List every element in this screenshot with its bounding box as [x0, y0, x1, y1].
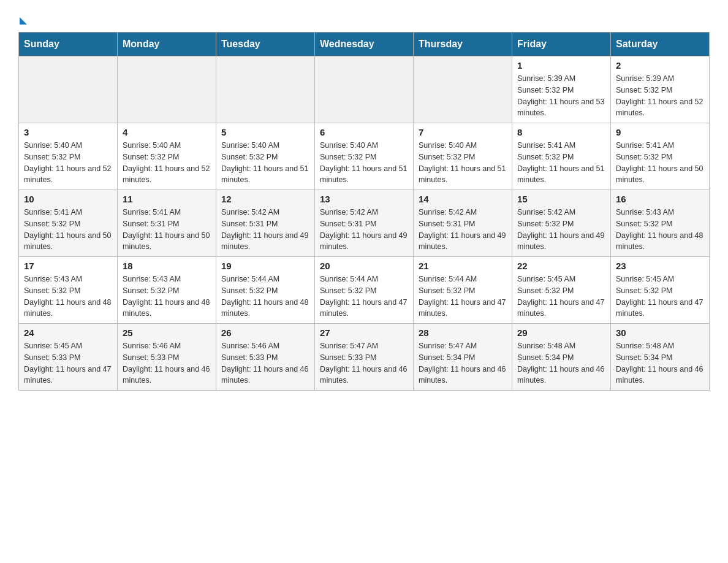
- day-info: Sunrise: 5:47 AMSunset: 5:33 PMDaylight:…: [320, 340, 408, 386]
- day-number: 3: [24, 127, 112, 137]
- calendar-row: 17Sunrise: 5:43 AMSunset: 5:32 PMDayligh…: [19, 257, 710, 324]
- calendar-cell: 11Sunrise: 5:41 AMSunset: 5:31 PMDayligh…: [118, 190, 216, 257]
- day-info: Sunrise: 5:45 AMSunset: 5:32 PMDaylight:…: [517, 274, 605, 320]
- calendar-cell: [216, 56, 315, 123]
- calendar-cell: 23Sunrise: 5:45 AMSunset: 5:32 PMDayligh…: [611, 257, 710, 324]
- day-info: Sunrise: 5:44 AMSunset: 5:32 PMDaylight:…: [419, 274, 507, 320]
- day-info: Sunrise: 5:45 AMSunset: 5:33 PMDaylight:…: [24, 340, 112, 386]
- calendar-cell: 10Sunrise: 5:41 AMSunset: 5:32 PMDayligh…: [19, 190, 118, 257]
- day-info: Sunrise: 5:40 AMSunset: 5:32 PMDaylight:…: [123, 140, 211, 186]
- day-info: Sunrise: 5:41 AMSunset: 5:32 PMDaylight:…: [517, 140, 605, 186]
- day-info: Sunrise: 5:43 AMSunset: 5:32 PMDaylight:…: [123, 274, 211, 320]
- calendar-cell: 6Sunrise: 5:40 AMSunset: 5:32 PMDaylight…: [315, 123, 414, 190]
- header-wednesday: Wednesday: [315, 33, 414, 56]
- day-number: 4: [123, 127, 211, 137]
- calendar-cell: 30Sunrise: 5:48 AMSunset: 5:34 PMDayligh…: [611, 324, 710, 391]
- day-number: 26: [221, 327, 309, 338]
- calendar-cell: 15Sunrise: 5:42 AMSunset: 5:32 PMDayligh…: [512, 190, 611, 257]
- calendar-cell: 13Sunrise: 5:42 AMSunset: 5:31 PMDayligh…: [315, 190, 414, 257]
- logo: [18, 12, 27, 22]
- header-friday: Friday: [512, 33, 611, 56]
- day-info: Sunrise: 5:41 AMSunset: 5:31 PMDaylight:…: [123, 207, 211, 253]
- calendar-cell: 17Sunrise: 5:43 AMSunset: 5:32 PMDayligh…: [19, 257, 118, 324]
- day-number: 22: [517, 261, 605, 271]
- calendar-cell: 28Sunrise: 5:47 AMSunset: 5:34 PMDayligh…: [414, 324, 512, 391]
- calendar-cell: 9Sunrise: 5:41 AMSunset: 5:32 PMDaylight…: [611, 123, 710, 190]
- day-info: Sunrise: 5:42 AMSunset: 5:31 PMDaylight:…: [320, 207, 408, 253]
- day-info: Sunrise: 5:41 AMSunset: 5:32 PMDaylight:…: [616, 140, 704, 186]
- day-info: Sunrise: 5:40 AMSunset: 5:32 PMDaylight:…: [221, 140, 309, 186]
- day-number: 7: [419, 127, 507, 137]
- calendar-row: 3Sunrise: 5:40 AMSunset: 5:32 PMDaylight…: [19, 123, 710, 190]
- day-info: Sunrise: 5:40 AMSunset: 5:32 PMDaylight:…: [419, 140, 507, 186]
- calendar-cell: 25Sunrise: 5:46 AMSunset: 5:33 PMDayligh…: [118, 324, 216, 391]
- day-info: Sunrise: 5:40 AMSunset: 5:32 PMDaylight:…: [24, 140, 112, 186]
- header-saturday: Saturday: [611, 33, 710, 56]
- page-header: [18, 12, 710, 22]
- header-monday: Monday: [118, 33, 216, 56]
- header-sunday: Sunday: [19, 33, 118, 56]
- day-number: 15: [517, 194, 605, 204]
- day-info: Sunrise: 5:48 AMSunset: 5:34 PMDaylight:…: [517, 340, 605, 386]
- calendar-row: 24Sunrise: 5:45 AMSunset: 5:33 PMDayligh…: [19, 324, 710, 391]
- day-number: 8: [517, 127, 605, 137]
- day-info: Sunrise: 5:43 AMSunset: 5:32 PMDaylight:…: [616, 207, 704, 253]
- day-info: Sunrise: 5:39 AMSunset: 5:32 PMDaylight:…: [517, 73, 605, 119]
- calendar-cell: 5Sunrise: 5:40 AMSunset: 5:32 PMDaylight…: [216, 123, 315, 190]
- day-number: 18: [123, 261, 211, 271]
- day-number: 20: [320, 261, 408, 271]
- calendar-cell: [315, 56, 414, 123]
- day-info: Sunrise: 5:47 AMSunset: 5:34 PMDaylight:…: [419, 340, 507, 386]
- calendar-cell: 14Sunrise: 5:42 AMSunset: 5:31 PMDayligh…: [414, 190, 512, 257]
- calendar-row: 10Sunrise: 5:41 AMSunset: 5:32 PMDayligh…: [19, 190, 710, 257]
- calendar-cell: 20Sunrise: 5:44 AMSunset: 5:32 PMDayligh…: [315, 257, 414, 324]
- day-info: Sunrise: 5:44 AMSunset: 5:32 PMDaylight:…: [221, 274, 309, 320]
- calendar-row: 1Sunrise: 5:39 AMSunset: 5:32 PMDaylight…: [19, 56, 710, 123]
- day-number: 19: [221, 261, 309, 271]
- day-info: Sunrise: 5:45 AMSunset: 5:32 PMDaylight:…: [616, 274, 704, 320]
- day-number: 29: [517, 327, 605, 338]
- calendar-cell: 16Sunrise: 5:43 AMSunset: 5:32 PMDayligh…: [611, 190, 710, 257]
- day-info: Sunrise: 5:48 AMSunset: 5:34 PMDaylight:…: [616, 340, 704, 386]
- calendar-cell: [118, 56, 216, 123]
- day-info: Sunrise: 5:42 AMSunset: 5:31 PMDaylight:…: [419, 207, 507, 253]
- day-number: 30: [616, 327, 704, 338]
- day-number: 9: [616, 127, 704, 137]
- calendar-cell: 26Sunrise: 5:46 AMSunset: 5:33 PMDayligh…: [216, 324, 315, 391]
- day-number: 10: [24, 194, 112, 204]
- day-number: 6: [320, 127, 408, 137]
- day-number: 28: [419, 327, 507, 338]
- calendar-cell: 22Sunrise: 5:45 AMSunset: 5:32 PMDayligh…: [512, 257, 611, 324]
- header-tuesday: Tuesday: [216, 33, 315, 56]
- day-number: 5: [221, 127, 309, 137]
- day-info: Sunrise: 5:46 AMSunset: 5:33 PMDaylight:…: [221, 340, 309, 386]
- calendar-cell: 18Sunrise: 5:43 AMSunset: 5:32 PMDayligh…: [118, 257, 216, 324]
- calendar-cell: 19Sunrise: 5:44 AMSunset: 5:32 PMDayligh…: [216, 257, 315, 324]
- day-info: Sunrise: 5:44 AMSunset: 5:32 PMDaylight:…: [320, 274, 408, 320]
- day-number: 13: [320, 194, 408, 204]
- day-info: Sunrise: 5:42 AMSunset: 5:31 PMDaylight:…: [221, 207, 309, 253]
- day-number: 16: [616, 194, 704, 204]
- day-number: 27: [320, 327, 408, 338]
- calendar-cell: 1Sunrise: 5:39 AMSunset: 5:32 PMDaylight…: [512, 56, 611, 123]
- day-info: Sunrise: 5:40 AMSunset: 5:32 PMDaylight:…: [320, 140, 408, 186]
- day-number: 23: [616, 261, 704, 271]
- weekday-header-row: SundayMondayTuesdayWednesdayThursdayFrid…: [19, 33, 710, 56]
- logo-triangle-icon: [20, 17, 27, 25]
- calendar-cell: 4Sunrise: 5:40 AMSunset: 5:32 PMDaylight…: [118, 123, 216, 190]
- calendar-cell: 3Sunrise: 5:40 AMSunset: 5:32 PMDaylight…: [19, 123, 118, 190]
- day-info: Sunrise: 5:39 AMSunset: 5:32 PMDaylight:…: [616, 73, 704, 119]
- day-info: Sunrise: 5:43 AMSunset: 5:32 PMDaylight:…: [24, 274, 112, 320]
- calendar-cell: 8Sunrise: 5:41 AMSunset: 5:32 PMDaylight…: [512, 123, 611, 190]
- day-number: 17: [24, 261, 112, 271]
- calendar-cell: 24Sunrise: 5:45 AMSunset: 5:33 PMDayligh…: [19, 324, 118, 391]
- calendar-cell: 27Sunrise: 5:47 AMSunset: 5:33 PMDayligh…: [315, 324, 414, 391]
- day-number: 12: [221, 194, 309, 204]
- header-thursday: Thursday: [414, 33, 512, 56]
- day-number: 11: [123, 194, 211, 204]
- calendar-cell: [19, 56, 118, 123]
- day-info: Sunrise: 5:41 AMSunset: 5:32 PMDaylight:…: [24, 207, 112, 253]
- calendar-cell: [414, 56, 512, 123]
- day-number: 2: [616, 60, 704, 71]
- calendar-cell: 2Sunrise: 5:39 AMSunset: 5:32 PMDaylight…: [611, 56, 710, 123]
